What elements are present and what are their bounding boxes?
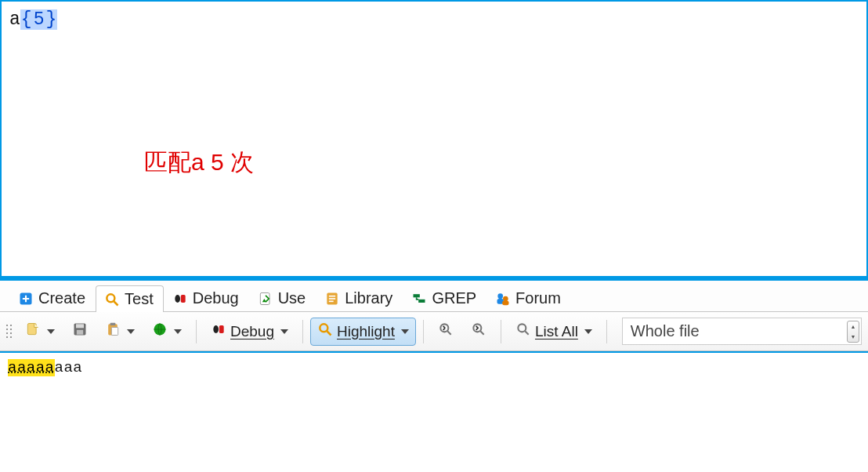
dropdown-caret-icon	[584, 329, 592, 334]
tab-debug[interactable]: Debug	[164, 285, 249, 311]
tab-label: Library	[345, 289, 392, 307]
tab-library[interactable]: Library	[316, 285, 403, 311]
new-button[interactable]	[18, 318, 62, 346]
regex-editor-pane[interactable]: a{5} 匹配a 5 次	[0, 0, 868, 276]
dropdown-caret-icon	[280, 329, 288, 334]
svg-line-29	[447, 331, 451, 335]
annotation-text: 匹配a 5 次	[144, 147, 254, 179]
svg-rect-7	[329, 295, 335, 296]
svg-rect-25	[219, 325, 224, 333]
run-button[interactable]	[145, 318, 189, 346]
svg-rect-4	[181, 295, 186, 303]
scope-spinner[interactable]: ▲ ▼	[847, 321, 859, 343]
tab-label: Forum	[515, 289, 561, 307]
svg-rect-18	[76, 324, 84, 328]
paste-button[interactable]	[98, 318, 142, 346]
regex-open-brace: {	[20, 9, 33, 30]
tab-label: Create	[38, 289, 85, 307]
toolbar-separator	[606, 320, 607, 343]
use-icon	[258, 291, 273, 307]
dropdown-caret-icon	[47, 329, 55, 334]
tab-grep[interactable]: GREP	[403, 285, 486, 311]
toolbar-separator	[302, 320, 303, 343]
svg-rect-11	[419, 299, 425, 302]
test-text[interactable]: aaaaaaaa	[8, 359, 860, 376]
tab-strip: Create Test Debug Use Library GREP For	[0, 281, 868, 312]
match-highlight: aaaaa	[8, 359, 55, 376]
chevron-down-icon: ▼	[848, 332, 859, 342]
regex-close-brace: }	[45, 9, 57, 30]
dropdown-caret-icon	[401, 329, 409, 334]
svg-rect-10	[414, 294, 420, 297]
scope-selector[interactable]: Whole file ▲ ▼	[622, 318, 862, 345]
toolbar-separator	[423, 320, 424, 343]
prev-match-icon	[438, 321, 454, 341]
library-icon	[324, 291, 340, 307]
test-result-pane[interactable]: aaaaaaaa	[0, 351, 868, 472]
svg-line-33	[525, 331, 529, 335]
paste-icon	[105, 321, 121, 341]
svg-point-1	[107, 294, 114, 302]
svg-point-13	[503, 296, 508, 301]
tab-label: GREP	[432, 289, 476, 307]
tab-forum[interactable]: Forum	[486, 285, 571, 311]
globe-run-icon	[152, 321, 168, 341]
svg-rect-15	[502, 300, 508, 305]
list-all-button[interactable]: List All	[508, 318, 599, 346]
highlight-label: Highlight	[337, 323, 395, 340]
save-button[interactable]	[65, 318, 95, 346]
grep-icon	[411, 291, 427, 307]
dropdown-caret-icon	[127, 329, 135, 334]
save-icon	[72, 321, 88, 341]
create-icon	[18, 291, 34, 307]
debug-icon	[211, 321, 226, 341]
prev-match-button[interactable]	[431, 318, 461, 346]
svg-line-2	[114, 301, 118, 305]
chevron-up-icon: ▲	[848, 321, 859, 332]
dropdown-caret-icon	[174, 329, 182, 334]
regex-expression[interactable]: a{5}	[9, 8, 859, 31]
svg-line-31	[480, 331, 484, 335]
toolbar-separator	[196, 320, 197, 343]
tab-create[interactable]: Create	[9, 285, 96, 311]
regex-quantifier: 5	[33, 9, 45, 30]
toolbar-grip[interactable]	[6, 325, 12, 338]
tab-use[interactable]: Use	[249, 285, 316, 311]
svg-rect-9	[329, 300, 334, 302]
svg-point-3	[175, 295, 180, 303]
regex-literal: a	[9, 9, 20, 30]
scope-label: Whole file	[631, 322, 700, 340]
svg-point-24	[213, 325, 219, 333]
svg-rect-19	[77, 330, 83, 335]
search-icon	[317, 321, 333, 341]
svg-rect-21	[110, 323, 116, 325]
new-file-icon	[25, 321, 41, 341]
list-all-label: List All	[535, 323, 578, 340]
svg-rect-8	[329, 298, 335, 300]
next-match-icon	[471, 321, 486, 341]
highlight-button[interactable]: Highlight	[310, 318, 416, 346]
debug-label: Debug	[230, 323, 274, 340]
svg-rect-22	[111, 328, 118, 336]
svg-point-26	[320, 324, 327, 332]
toolbar: Debug Highlight List All Whole file ▲	[0, 312, 868, 351]
search-icon	[515, 321, 531, 341]
tab-label: Use	[278, 289, 306, 307]
tab-label: Debug	[193, 289, 239, 307]
debug-button[interactable]: Debug	[204, 318, 295, 346]
tab-test[interactable]: Test	[96, 285, 164, 312]
toolbar-separator	[501, 320, 501, 343]
nonmatch-text: aaa	[55, 359, 83, 376]
test-icon	[104, 292, 120, 307]
svg-point-12	[497, 293, 503, 299]
debug-icon	[172, 291, 188, 307]
svg-line-27	[327, 332, 331, 336]
forum-icon	[495, 291, 511, 307]
next-match-button[interactable]	[464, 318, 494, 346]
tab-label: Test	[125, 290, 154, 308]
